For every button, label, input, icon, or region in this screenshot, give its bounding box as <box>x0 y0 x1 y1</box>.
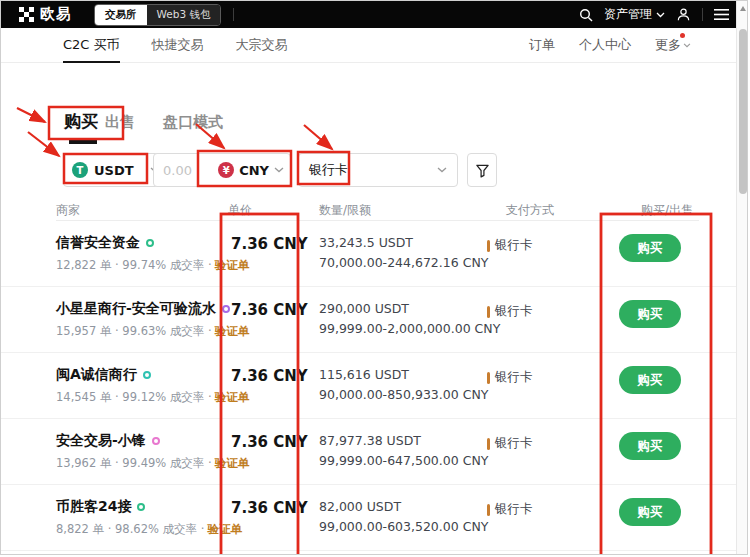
payment-method-label: 银行卡 <box>495 501 533 518</box>
search-icon[interactable] <box>579 8 593 22</box>
okx-c2c-page: 欧易 交易所 Web3 钱包 资产管理 C2C 买币 <box>0 0 748 555</box>
chevron-down-icon <box>274 167 284 173</box>
limit-range: 99,999.00-2,000,000.00 CNY <box>319 321 500 336</box>
tab-c2c-buy[interactable]: C2C 买币 <box>63 36 120 54</box>
buy-button[interactable]: 购买 <box>619 498 681 526</box>
scrollbar-thumb[interactable] <box>739 29 747 194</box>
limit-range: 90,000.00-850,933.00 CNY <box>319 387 488 402</box>
buy-button[interactable]: 购买 <box>619 432 681 460</box>
scrollbar-up-arrow-icon[interactable] <box>740 6 746 11</box>
table-row: 信誉安全资金 12,822 单 · 99.74% 成交率 ·验证单 7.36 C… <box>1 221 737 287</box>
unit-price: 7.36 CNY <box>231 235 308 253</box>
available-amount: 82,000 USDT <box>319 499 401 514</box>
col-header-buy-sell: 购买/出售 <box>641 202 693 219</box>
payment-method-label: 银行卡 <box>495 369 533 386</box>
unit-price: 7.36 CNY <box>231 499 308 517</box>
crypto-select-value: USDT <box>94 163 134 178</box>
buy-button[interactable]: 购买 <box>619 300 681 328</box>
available-amount: 87,977.38 USDT <box>319 433 421 448</box>
menu-icon[interactable] <box>714 9 729 20</box>
verified-order-tag: 验证单 <box>207 522 242 536</box>
exchange-web3-toggle: 交易所 Web3 钱包 <box>94 4 221 26</box>
topbar-divider <box>233 8 234 21</box>
payment-method-label: 银行卡 <box>495 303 533 320</box>
more-label: 更多 <box>655 36 681 54</box>
chevron-down-icon <box>437 167 447 173</box>
orders-link[interactable]: 订单 <box>529 36 555 54</box>
tab-buy[interactable]: 购买 <box>64 110 98 133</box>
okx-logo-icon <box>19 7 34 22</box>
merchant-name[interactable]: 安全交易-小锋 <box>56 432 146 450</box>
merchant-name[interactable]: 币胜客24接 <box>56 498 131 516</box>
payment-method-icon <box>487 438 490 450</box>
filter-button[interactable] <box>467 153 497 187</box>
chevron-down-icon <box>656 12 665 18</box>
asset-management-menu[interactable]: 资产管理 <box>604 6 665 23</box>
payment-method-label: 银行卡 <box>495 237 533 254</box>
col-header-price: 单价 <box>228 202 252 219</box>
offer-table-body: 信誉安全资金 12,822 单 · 99.74% 成交率 ·验证单 7.36 C… <box>1 221 737 551</box>
limit-range: 99,000.00-603,520.00 CNY <box>319 519 488 534</box>
logo-text: 欧易 <box>40 5 72 24</box>
payment-method-label: 银行卡 <box>495 435 533 452</box>
merchant-name[interactable]: 信誉安全资金 <box>56 234 140 252</box>
unit-price: 7.36 CNY <box>231 433 308 451</box>
page-scrollbar[interactable] <box>736 1 748 555</box>
usdt-icon: T <box>72 162 88 178</box>
toggle-web3-wallet[interactable]: Web3 钱包 <box>147 5 221 25</box>
notification-dot <box>680 33 685 38</box>
secondary-tabs: C2C 买币 快捷交易 大宗交易 <box>63 36 288 54</box>
available-amount: 290,000 USDT <box>319 301 409 316</box>
verified-order-tag: 验证单 <box>215 390 250 404</box>
user-icon[interactable] <box>676 7 691 22</box>
asset-management-label: 资产管理 <box>604 6 652 23</box>
merchant-badge-icon <box>137 503 145 511</box>
col-header-amount-limit: 数量/限额 <box>319 202 371 219</box>
active-tab-underline <box>69 140 97 144</box>
tab-quick-trade[interactable]: 快捷交易 <box>152 36 204 54</box>
merchant-stats: 8,822 单 · 98.62% 成交率 · <box>56 522 204 536</box>
merchant-stats: 15,957 单 · 99.63% 成交率 · <box>56 324 212 338</box>
annotation-arrow-usdt <box>28 132 59 156</box>
cny-icon: ¥ <box>218 162 234 178</box>
merchant-name[interactable]: 闽A诚信商行 <box>56 366 137 384</box>
tab-sell[interactable]: 出售 <box>105 113 135 132</box>
verified-order-tag: 验证单 <box>215 258 250 272</box>
amount-field: ¥ CNY <box>153 153 291 187</box>
unit-price: 7.36 CNY <box>231 301 308 319</box>
funnel-icon <box>475 163 490 178</box>
buy-button[interactable]: 购买 <box>619 234 681 262</box>
tab-orderbook-mode[interactable]: 盘口模式 <box>163 113 223 132</box>
annotation-arrow-buy-tab <box>17 108 45 122</box>
table-row: 闽A诚信商行 14,545 单 · 99.12% 成交率 ·验证单 7.36 C… <box>1 353 737 419</box>
amount-input[interactable] <box>163 163 205 178</box>
payment-method-icon <box>487 306 490 318</box>
merchant-badge-icon <box>152 437 160 445</box>
verified-order-tag: 验证单 <box>215 456 250 470</box>
topbar-divider <box>702 8 703 21</box>
chevron-down-icon <box>683 43 691 48</box>
merchant-stats: 14,545 单 · 99.12% 成交率 · <box>56 390 212 404</box>
available-amount: 33,243.5 USDT <box>319 235 413 250</box>
buy-button[interactable]: 购买 <box>619 366 681 394</box>
limit-range: 70,000.00-244,672.16 CNY <box>319 255 488 270</box>
table-row: 币胜客24接 8,822 单 · 98.62% 成交率 ·验证单 7.36 CN… <box>1 485 737 551</box>
table-row: 安全交易-小锋 13,962 单 · 99.49% 成交率 ·验证单 7.36 … <box>1 419 737 485</box>
verified-order-tag: 验证单 <box>215 324 250 338</box>
merchant-name[interactable]: 小星星商行-安全可验流水 <box>56 300 216 318</box>
payment-method-icon <box>487 504 490 516</box>
more-link[interactable]: 更多 <box>655 36 691 54</box>
okx-logo[interactable]: 欧易 <box>19 5 72 24</box>
topbar-right: 资产管理 <box>579 6 729 23</box>
col-header-payment: 支付方式 <box>506 202 554 219</box>
tab-block-trade[interactable]: 大宗交易 <box>236 36 288 54</box>
profile-link[interactable]: 个人中心 <box>579 36 631 54</box>
fiat-select[interactable]: ¥ CNY <box>218 162 284 178</box>
payment-method-select[interactable]: 银行卡 <box>298 153 458 187</box>
merchant-stats: 13,962 单 · 99.49% 成交率 · <box>56 456 212 470</box>
merchant-badge-icon <box>222 305 230 313</box>
toggle-exchange[interactable]: 交易所 <box>95 5 147 25</box>
col-header-merchant: 商家 <box>56 202 80 219</box>
fiat-select-value: CNY <box>239 163 269 178</box>
unit-price: 7.36 CNY <box>231 367 308 385</box>
